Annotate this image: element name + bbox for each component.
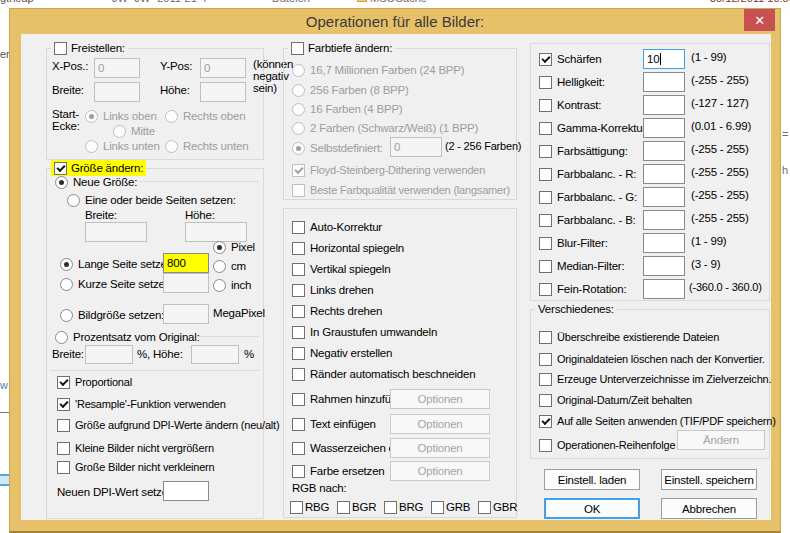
radio-unit-inch[interactable]: inch	[213, 277, 251, 293]
checkbox[interactable]	[539, 394, 552, 407]
checkbox-no-enlarge[interactable]: Kleine Bilder nicht vergrößern	[57, 440, 214, 456]
radio[interactable]	[67, 194, 80, 207]
dpi-input[interactable]	[163, 481, 209, 501]
checkbox[interactable]	[539, 145, 552, 158]
radio[interactable]	[213, 241, 226, 254]
crop-checkbox[interactable]	[54, 42, 67, 55]
radio-prozentsatz[interactable]: Prozentsatz vom Original:	[55, 329, 200, 345]
helligkeit-input[interactable]	[643, 72, 685, 92]
checkbox-kontrast[interactable]: Kontrast:	[539, 97, 601, 113]
checkbox-reihenfolge[interactable]: Operationen-Reihenfolge	[539, 437, 675, 453]
radio[interactable]	[213, 260, 226, 273]
checkbox[interactable]	[292, 442, 305, 455]
cancel-button[interactable]: Abbrechen	[661, 498, 757, 519]
checkbox-ueberschreibe[interactable]: Überschreibe existierende Dateien	[539, 329, 719, 345]
checkbox[interactable]	[539, 214, 552, 227]
checkbox[interactable]	[290, 501, 303, 514]
checkbox-farbbalance-b[interactable]: Farbbalanc. - B:	[539, 212, 636, 228]
checkbox-gamma[interactable]: Gamma-Korrektur:	[539, 120, 649, 136]
checkbox-blur[interactable]: Blur-Filter:	[539, 235, 608, 251]
checkbox[interactable]	[292, 305, 305, 318]
median-input[interactable]	[643, 256, 685, 276]
checkbox-proportional[interactable]: Proportional	[57, 374, 132, 390]
checkbox-fein-rotation[interactable]: Fein-Rotation:	[539, 281, 626, 297]
checkbox[interactable]	[539, 53, 552, 66]
checkbox[interactable]	[292, 326, 305, 339]
checkbox-bgr[interactable]: BGR	[337, 499, 376, 515]
checkbox-helligkeit[interactable]: Helligkeit:	[539, 74, 605, 90]
radio[interactable]	[55, 176, 68, 189]
checkbox-resample[interactable]: 'Resample'-Funktion verwenden	[57, 396, 226, 412]
checkbox-farbbalance-g[interactable]: Farbbalanc. - G:	[539, 189, 637, 205]
fein-rotation-input[interactable]	[643, 279, 685, 299]
checkbox[interactable]	[292, 221, 305, 234]
checkbox-graustufen[interactable]: In Graustufen umwandeln	[292, 324, 437, 340]
radio-kurze-seite[interactable]: Kurze Seite setzen:	[60, 276, 174, 292]
checkbox-no-shrink[interactable]: Große Bilder nicht verkleinern	[57, 459, 215, 475]
checkbox[interactable]	[539, 439, 552, 452]
checkbox[interactable]	[539, 283, 552, 296]
farbbalance-b-input[interactable]	[643, 210, 685, 230]
checkbox-grb[interactable]: GRB	[431, 499, 470, 515]
color-depth-legend[interactable]: Farbtiefe ändern:	[288, 40, 395, 56]
checkbox-dpi-resize[interactable]: Größe aufgrund DPI-Werte ändern (neu/alt…	[57, 417, 279, 433]
checkbox[interactable]	[57, 398, 70, 411]
radio[interactable]	[213, 279, 226, 292]
checkbox-horizontal-spiegeln[interactable]: Horizontal spiegeln	[292, 240, 404, 256]
long-side-input[interactable]: 800	[163, 253, 209, 273]
radio-bildgroesse[interactable]: Bildgröße setzen:	[60, 307, 164, 323]
radio[interactable]	[55, 331, 68, 344]
schaerfen-input[interactable]: 10	[643, 49, 685, 69]
gamma-input[interactable]	[643, 118, 685, 138]
close-button[interactable]: ✕	[744, 9, 775, 31]
radio-unit-cm[interactable]: cm	[213, 258, 246, 274]
checkbox-unterverzeichnisse[interactable]: Erzeuge Unterverzeichnisse im Zielverzei…	[539, 371, 771, 387]
radio-beide-seiten[interactable]: Eine oder beide Seiten setzen:	[67, 192, 236, 208]
checkbox-vertikal-spiegeln[interactable]: Vertikal spiegeln	[292, 261, 390, 277]
checkbox[interactable]	[539, 415, 552, 428]
color-depth-checkbox[interactable]	[291, 42, 304, 55]
checkbox[interactable]	[57, 376, 70, 389]
checkbox[interactable]	[539, 237, 552, 250]
radio[interactable]	[60, 278, 73, 291]
checkbox-farbsaettigung[interactable]: Farbsättigung:	[539, 143, 628, 159]
checkbox-alle-seiten[interactable]: Auf alle Seiten anwenden (TIF/PDF speich…	[539, 413, 776, 429]
checkbox-negativ[interactable]: Negativ erstellen	[292, 345, 392, 361]
checkbox-raender-beschneiden[interactable]: Ränder automatisch beschneiden	[292, 366, 475, 382]
checkbox[interactable]	[57, 442, 70, 455]
checkbox-rbg[interactable]: RBG	[290, 499, 329, 515]
checkbox[interactable]	[292, 242, 305, 255]
checkbox[interactable]	[57, 419, 70, 432]
checkbox[interactable]	[539, 168, 552, 181]
title-bar[interactable]: Operationen für alle Bilder: ✕	[10, 9, 780, 34]
checkbox[interactable]	[337, 501, 350, 514]
checkbox[interactable]	[539, 353, 552, 366]
farbbalance-r-input[interactable]	[643, 164, 685, 184]
checkbox[interactable]	[384, 501, 397, 514]
checkbox-auto-korrektur[interactable]: Auto-Korrektur	[292, 219, 382, 235]
checkbox-brg[interactable]: BRG	[384, 499, 423, 515]
checkbox[interactable]	[292, 465, 305, 478]
checkbox-farbbalance-r[interactable]: Farbbalanc. - R:	[539, 166, 636, 182]
farbsaettigung-input[interactable]	[643, 141, 685, 161]
blur-input[interactable]	[643, 233, 685, 253]
checkbox-datum-behalten[interactable]: Original-Datum/Zeit behalten	[539, 392, 692, 408]
checkbox-links-drehen[interactable]: Links drehen	[292, 282, 373, 298]
checkbox[interactable]	[292, 347, 305, 360]
checkbox-gbr[interactable]: GBR	[478, 499, 517, 515]
checkbox[interactable]	[539, 122, 552, 135]
checkbox[interactable]	[539, 76, 552, 89]
crop-group-legend[interactable]: Freistellen:	[51, 40, 128, 56]
load-settings-button[interactable]: Einstell. laden	[544, 469, 640, 490]
checkbox[interactable]	[292, 418, 305, 431]
checkbox-rechts-drehen[interactable]: Rechts drehen	[292, 303, 382, 319]
checkbox[interactable]	[292, 263, 305, 276]
checkbox-text-einfuegen[interactable]: Text einfügen	[292, 416, 376, 432]
checkbox[interactable]	[539, 99, 552, 112]
radio-neue-groesse[interactable]: Neue Größe:	[55, 174, 137, 190]
resize-checkbox[interactable]	[54, 162, 67, 175]
save-settings-button[interactable]: Einstell. speichern	[661, 469, 757, 490]
checkbox[interactable]	[431, 501, 444, 514]
checkbox[interactable]	[478, 501, 491, 514]
radio-lange-seite[interactable]: Lange Seite setzen:	[60, 256, 176, 272]
